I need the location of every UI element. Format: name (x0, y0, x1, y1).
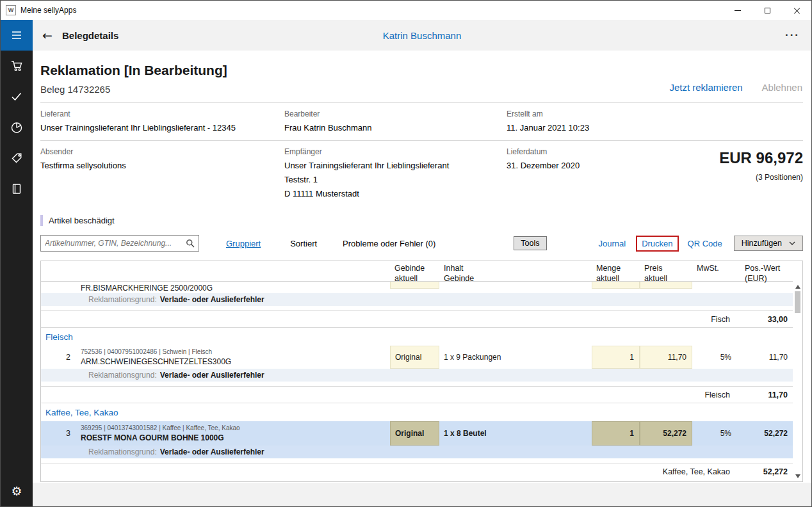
titlebar: W Meine sellyApps (1, 1, 811, 20)
field-lieferant: Lieferant Unser Trainingslieferant Ihr L… (40, 109, 284, 133)
total-positions: (3 Positionen) (681, 173, 803, 182)
group-total-value: 52,272 (740, 463, 793, 480)
pie-chart-icon (10, 121, 23, 134)
field-value: D 11111 Musterstadt (284, 189, 507, 198)
field-value: Testfirma sellysolutions (40, 161, 284, 170)
maximize-button[interactable] (752, 1, 782, 20)
mwst-cell: 5% (692, 421, 740, 446)
field-value: Unser Trainingslieferant Ihr Lieblingsli… (40, 123, 284, 133)
table-row[interactable]: 2 752536 | 04007951002486 | Schwein | Fl… (41, 346, 793, 369)
field-label: Bearbeiter (284, 109, 507, 118)
table-row-partial[interactable]: FR.BISMARCKHERINGE 2500/2000G (41, 282, 793, 293)
gebinde-cell (390, 282, 439, 289)
scroll-down-icon[interactable] (795, 474, 800, 478)
sidebar-item-tasks[interactable] (1, 81, 33, 112)
more-button[interactable]: ··· (785, 29, 811, 42)
check-icon (10, 90, 23, 103)
table-row-selected[interactable]: 3 369295 | 04013743001582 | Kaffee | Kaf… (41, 421, 793, 446)
field-empfaenger: Empfänger Unser Trainingslieferant Ihr L… (284, 147, 507, 198)
minimize-button[interactable] (723, 1, 752, 20)
search-input[interactable] (45, 239, 186, 248)
reason-row-selected: Reklamationsgrund: Verlade- oder Auslief… (41, 446, 793, 458)
qr-code-link[interactable]: QR Code (688, 239, 722, 248)
catalog-icon (10, 182, 23, 195)
print-link[interactable]: Drucken (642, 239, 672, 248)
sidebar-item-prices[interactable] (1, 143, 33, 173)
menu-button[interactable] (1, 20, 33, 51)
table-scrollbar[interactable] (793, 282, 802, 481)
scrollbar-thumb[interactable] (795, 291, 800, 313)
search-box (40, 235, 199, 252)
group-total-label: Kaffee, Tee, Kakao (41, 463, 740, 480)
sidebar-item-catalog[interactable] (1, 173, 33, 204)
chevron-down-icon (789, 241, 795, 245)
group-header-kaffee[interactable]: Kaffee, Tee, Kakao (41, 403, 793, 421)
app-icon: W (6, 5, 16, 15)
spacer-row (41, 382, 793, 387)
preis-cell[interactable]: 52,272 (640, 421, 692, 446)
journal-link[interactable]: Journal (598, 239, 626, 248)
menge-cell[interactable]: 1 (592, 421, 640, 446)
field-value: Teststr. 1 (284, 175, 507, 184)
col-header-inhalt: Inhalt Gebinde (439, 261, 592, 284)
problems-filter[interactable]: Probleme oder Fehler (0) (343, 239, 435, 248)
field-label: Erstellt am (507, 109, 681, 118)
scroll-up-icon[interactable] (795, 285, 800, 289)
scrollbar-track[interactable] (793, 290, 802, 473)
grouped-toggle[interactable]: Gruppiert (226, 239, 261, 248)
group-header-fleisch[interactable]: Fleisch (41, 328, 793, 346)
positions-table: Gebinde aktuell Inhalt Gebinde Menge akt… (40, 261, 803, 482)
sorted-toggle[interactable]: Sortiert (290, 239, 317, 248)
back-button[interactable]: ← (33, 28, 62, 42)
sidebar-item-settings[interactable]: ⚙ (1, 476, 33, 506)
content: Reklamation [In Bearbeitung] Beleg 14732… (33, 51, 811, 483)
group-total-fleisch: Fleisch 11,70 (41, 387, 793, 403)
close-button[interactable] (782, 1, 811, 20)
group-name: Kaffee, Tee, Kakao (41, 403, 793, 421)
total-amount: EUR 96,972 (681, 149, 803, 167)
menge-cell (592, 282, 640, 289)
maximize-icon (765, 8, 770, 13)
col-header-preis: Preis aktuell (640, 261, 692, 284)
reason-label: Reklamationsgrund: (88, 295, 157, 304)
price-tag-icon (10, 152, 23, 165)
inhalt-cell[interactable]: 1 x 8 Beutel (439, 421, 592, 446)
total-block: EUR 96,972 (3 Positionen) (681, 147, 803, 198)
article-name: ARM.SCHWEINEGESCHNETZELTES300G (81, 357, 390, 366)
reclaim-now-button[interactable]: Jetzt reklamieren (669, 82, 742, 93)
article-name: FR.BISMARCKHERINGE 2500/2000G (76, 282, 390, 293)
preis-cell[interactable]: 11,70 (640, 346, 692, 369)
gebinde-cell[interactable]: Original (390, 421, 439, 446)
field-value: Frau Katrin Buschmann (284, 123, 507, 133)
field-label: Empfänger (284, 147, 507, 156)
close-icon (793, 7, 800, 14)
group-total-kaffee: Kaffee, Tee, Kakao 52,272 (41, 463, 793, 480)
app-window: W Meine sellyApps (0, 0, 812, 507)
poswert-cell: 52,272 (740, 421, 793, 446)
article-cell: 369295 | 04013743001582 | Kaffee | Kaffe… (76, 421, 390, 446)
reason-value: Verlade- oder Auslieferfehler (160, 371, 264, 380)
article-cell: 752536 | 04007951002486 | Schwein | Flei… (76, 346, 390, 369)
preis-cell (640, 282, 692, 289)
tools-button[interactable]: Tools (514, 236, 546, 250)
add-button[interactable]: Hinzufügen (734, 236, 803, 251)
menge-cell[interactable]: 1 (592, 346, 640, 369)
sidebar: ⚙ (1, 20, 33, 506)
reason-value: Verlade- oder Auslieferfehler (160, 447, 264, 456)
sidebar-item-statistics[interactable] (1, 112, 33, 143)
user-name: Katrin Buschmann (33, 30, 811, 41)
group-total-value: 11,70 (740, 387, 793, 403)
gebinde-cell[interactable]: Original (390, 346, 439, 369)
document-title: Reklamation [In Bearbeitung] (40, 62, 227, 79)
row-number: 3 (41, 421, 76, 446)
print-highlight-box: Drucken (636, 236, 678, 252)
reason-row: Reklamationsgrund: Verlade- oder Auslief… (41, 369, 793, 382)
reason-text: Reklamationsgrund: Verlade- oder Auslief… (76, 446, 793, 458)
field-value: 31. Dezember 2020 (507, 161, 681, 170)
reject-button[interactable]: Ablehnen (762, 82, 802, 93)
field-label: Lieferant (40, 109, 284, 118)
sidebar-item-cart[interactable] (1, 51, 33, 81)
inhalt-cell[interactable]: 1 x 9 Packungen (439, 346, 592, 369)
hamburger-icon (10, 29, 23, 42)
search-icon[interactable] (186, 239, 195, 248)
